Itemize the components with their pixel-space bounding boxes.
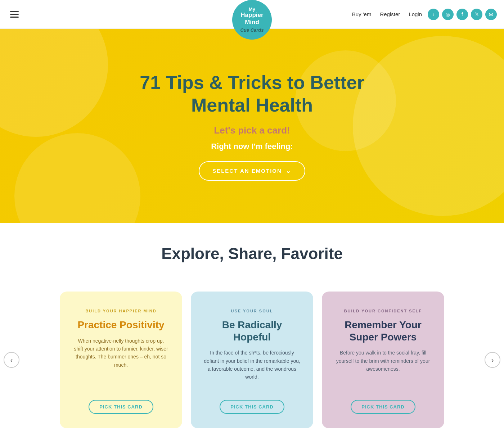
card-remember-super-powers: BUILD YOUR CONFIDENT SELF Remember Your … xyxy=(322,292,444,428)
next-card-button[interactable]: › xyxy=(485,352,500,368)
main-nav: Buy 'em Register Login xyxy=(352,11,422,17)
hamburger-menu[interactable] xyxy=(7,8,22,21)
card-3-category: BUILD YOUR CONFIDENT SELF xyxy=(344,309,422,313)
logo-container[interactable]: My Happier Mind Cue Cards xyxy=(232,0,272,34)
explore-title: Explore, Share, Favorite xyxy=(29,245,475,263)
social-icons-group: ♪ ◎ f 𝕏 ✉ xyxy=(428,9,497,20)
nav-buy[interactable]: Buy 'em xyxy=(352,11,372,17)
next-icon: › xyxy=(491,356,494,364)
hero-subtitle: Let's pick a card! xyxy=(214,125,290,136)
nav-login[interactable]: Login xyxy=(409,11,422,17)
hero-feeling: Right now I'm feeling: xyxy=(211,142,293,151)
logo: My Happier Mind Cue Cards xyxy=(232,0,272,40)
prev-icon: ‹ xyxy=(10,356,13,364)
prev-card-button[interactable]: ‹ xyxy=(4,352,19,368)
select-emotion-button[interactable]: SELECT AN EMOTION ⌄ xyxy=(199,161,305,181)
site-header: My Happier Mind Cue Cards Buy 'em Regist… xyxy=(0,0,504,29)
facebook-icon[interactable]: f xyxy=(456,9,468,20)
card-3-pick-button[interactable]: PICK THIS CARD xyxy=(351,400,415,414)
email-icon[interactable]: ✉ xyxy=(485,9,497,20)
nav-register[interactable]: Register xyxy=(380,11,400,17)
cards-container: BUILD YOUR HAPPIER MIND Practice Positiv… xyxy=(22,292,482,428)
card-3-body: Before you walk in to the social fray, f… xyxy=(335,349,431,373)
card-1-title: Practice Positivity xyxy=(77,319,164,331)
logo-cue-cards: Cue Cards xyxy=(240,27,264,33)
card-2-category: USE YOUR SOUL xyxy=(231,309,273,313)
header-right: Buy 'em Register Login ♪ ◎ f 𝕏 ✉ xyxy=(352,9,497,20)
logo-my: My xyxy=(249,6,255,12)
explore-section: Explore, Share, Favorite xyxy=(0,223,504,292)
cards-wrapper: ‹ BUILD YOUR HAPPIER MIND Practice Posit… xyxy=(0,292,504,428)
card-practice-positivity: BUILD YOUR HAPPIER MIND Practice Positiv… xyxy=(60,292,182,428)
card-2-btn-wrapper: PICK THIS CARD xyxy=(220,391,284,414)
card-3-btn-wrapper: PICK THIS CARD xyxy=(351,391,415,414)
hero-section: 71 Tips & Tricks to Better Mental Health… xyxy=(0,29,504,223)
card-2-title: Be Radically Hopeful xyxy=(204,319,300,343)
hero-blob-1 xyxy=(14,133,140,223)
hero-title: 71 Tips & Tricks to Better Mental Health xyxy=(108,71,396,116)
card-1-btn-wrapper: PICK THIS CARD xyxy=(89,391,153,414)
header-left xyxy=(7,8,22,21)
chevron-down-icon: ⌄ xyxy=(285,167,292,175)
card-1-body: When negative-nelly thoughts crop up, sh… xyxy=(73,337,169,369)
card-be-radically-hopeful: USE YOUR SOUL Be Radically Hopeful In th… xyxy=(191,292,313,428)
card-2-pick-button[interactable]: PICK THIS CARD xyxy=(220,400,284,414)
logo-mind: Mind xyxy=(245,19,259,26)
instagram-icon[interactable]: ◎ xyxy=(442,9,454,20)
tiktok-icon[interactable]: ♪ xyxy=(428,9,439,20)
logo-happier: Happier xyxy=(240,12,263,19)
card-2-body: In the face of the sh*ts, be ferociously… xyxy=(204,349,300,381)
card-3-title: Remember Your Super Powers xyxy=(335,319,431,343)
emotion-btn-label: SELECT AN EMOTION xyxy=(212,168,282,174)
card-1-pick-button[interactable]: PICK THIS CARD xyxy=(89,400,153,414)
twitter-icon[interactable]: 𝕏 xyxy=(471,9,482,20)
card-1-category: BUILD YOUR HAPPIER MIND xyxy=(85,309,156,313)
